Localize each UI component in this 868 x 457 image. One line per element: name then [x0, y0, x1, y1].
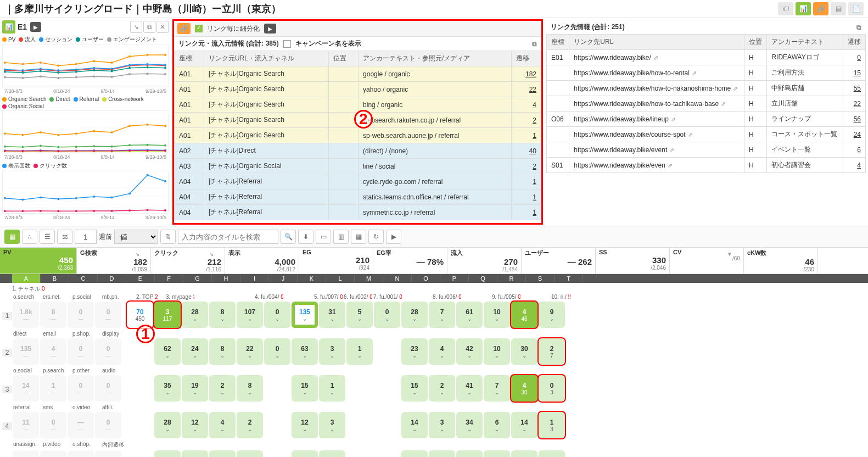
tile[interactable]: ——	[68, 412, 94, 438]
table-row[interactable]: A01[チャネル]Organic Searchsp-web.search.auo…	[175, 128, 541, 143]
table-row[interactable]: A01[チャネル]Organic Searchbing / organic4	[175, 97, 541, 113]
tile[interactable]: 6⌄	[484, 412, 510, 438]
tile[interactable]: 0—	[68, 375, 94, 402]
tile[interactable]: —⌄	[209, 450, 236, 457]
metric-表示[interactable]: 表示4,000/24,812	[225, 248, 299, 274]
table-row[interactable]: E01https://www.rideaway.bike/⇗HRIDEAWAYロ…	[547, 50, 866, 65]
tile[interactable]: 12⌄	[292, 412, 318, 438]
tile[interactable]: 30⌄	[511, 338, 537, 365]
tile[interactable]: 3117	[154, 302, 181, 328]
tile[interactable]: 1⌄	[319, 375, 345, 402]
value-select[interactable]: 値	[114, 230, 158, 244]
tile[interactable]: —⌄	[429, 450, 455, 457]
tile[interactable]: 3⌄	[429, 412, 455, 438]
tile[interactable]: 9⌄	[511, 450, 537, 457]
layout3-icon[interactable]: ▦	[351, 230, 366, 244]
tile[interactable]: 0—	[95, 412, 121, 438]
balance-icon[interactable]: ⚖	[57, 230, 72, 244]
tile[interactable]: 2⌄	[237, 412, 263, 438]
external-link-icon[interactable]: ⇗	[671, 116, 676, 122]
tile[interactable]: 446	[511, 302, 537, 328]
metric-クリック[interactable]: クリック↘212/1,116	[151, 248, 225, 274]
tile[interactable]: 336—	[95, 450, 121, 457]
col-header[interactable]: リンク先URL	[569, 35, 744, 50]
copy-icon[interactable]: ⧉	[532, 40, 537, 48]
tile[interactable]: 1—	[40, 375, 66, 402]
tile[interactable]: 23⌄	[401, 338, 428, 365]
tile[interactable]: 1.8k—	[13, 302, 39, 328]
tile[interactable]: —⌄	[319, 450, 345, 457]
tile[interactable]: 12⌄	[182, 412, 208, 438]
tile-search-input[interactable]	[178, 230, 278, 244]
tile[interactable]: 3⌄	[319, 412, 345, 438]
tile[interactable]: 7⌄	[429, 302, 455, 328]
link-icon[interactable]: 🔗	[813, 2, 828, 15]
layout2-icon[interactable]: ▥	[333, 230, 349, 244]
tile[interactable]: 0⌄	[374, 302, 400, 328]
tile[interactable]: 135—	[13, 338, 39, 365]
col-letter[interactable]: A	[12, 274, 41, 283]
table-row[interactable]: A01[チャネル]Organic Searchgoogle / organic1…	[175, 66, 541, 82]
tile[interactable]: 4⌄	[209, 412, 236, 438]
refresh-icon[interactable]: ↻	[368, 230, 384, 244]
tile[interactable]: 63⌄	[292, 338, 318, 365]
tile[interactable]: 107⌄	[237, 302, 263, 328]
tile[interactable]: 13	[539, 412, 565, 438]
tile[interactable]: 41⌄	[456, 375, 483, 402]
col-letter[interactable]: D	[98, 274, 126, 283]
tile[interactable]: 10⌄	[484, 338, 510, 365]
video-icon[interactable]: ▶	[386, 230, 401, 244]
list-view-icon[interactable]: ☰	[40, 230, 55, 244]
col-letter[interactable]: T	[555, 274, 583, 283]
tile[interactable]: 0—	[68, 302, 94, 328]
legend-item[interactable]: Organic Search	[2, 96, 46, 102]
tile[interactable]: 9⌄	[539, 302, 565, 328]
table-row[interactable]: A03[チャネル]Organic Socialline / social2	[175, 159, 541, 174]
col-header[interactable]: 遷移	[843, 35, 865, 50]
tile[interactable]: 0—	[95, 302, 121, 328]
col-letter[interactable]: E	[126, 274, 155, 283]
close-icon[interactable]: ✕	[156, 21, 169, 33]
legend-item[interactable]: PV	[2, 36, 15, 43]
tree-view-icon[interactable]: ⛬	[22, 230, 37, 244]
tile[interactable]: 28⌄	[182, 302, 208, 328]
legend-item[interactable]: Organic Social	[2, 103, 44, 109]
col-letter[interactable]: P	[440, 274, 469, 283]
legend-item[interactable]: ユーザー	[76, 36, 104, 43]
tile[interactable]: 1⌄	[346, 338, 373, 365]
tile[interactable]: 0—	[95, 375, 121, 402]
tile[interactable]: 9—	[13, 450, 39, 457]
campaign-checkbox[interactable]	[283, 40, 291, 48]
external-link-icon[interactable]: ⇗	[669, 147, 674, 153]
col-header[interactable]: 位置	[744, 35, 767, 50]
chart-icon[interactable]: 📊	[796, 2, 811, 15]
tile[interactable]: 28⌄	[154, 412, 181, 438]
legend-item[interactable]: 流入	[19, 36, 36, 43]
table-row[interactable]: A01[チャネル]Organic Searchyahoo / organic22	[175, 82, 541, 97]
table-row[interactable]: https://www.rideaway.bike/event⇗Hイベント一覧6	[547, 142, 866, 158]
video-icon[interactable]: ▶	[30, 22, 41, 32]
metric-PV[interactable]: PV450/2,383	[0, 248, 77, 274]
export-icon[interactable]: ↘	[130, 21, 142, 33]
table-row[interactable]: https://www.rideaway.bike/how-to-nakanos…	[547, 81, 866, 96]
external-link-icon[interactable]: ⇗	[688, 131, 693, 138]
tile[interactable]: 28⌄	[401, 302, 428, 328]
table-row[interactable]: https://www.rideaway.bike/how-to-rental⇗…	[547, 65, 866, 81]
tile[interactable]: 1⌄	[539, 450, 565, 457]
tile[interactable]: 430	[511, 375, 537, 402]
tile[interactable]: 135⌄	[292, 302, 318, 328]
metric-流入[interactable]: 流入270/1,484	[447, 248, 522, 274]
tile[interactable]: 62⌄	[154, 338, 181, 365]
external-link-icon[interactable]: ⇗	[692, 70, 697, 76]
video-icon[interactable]: ▶	[264, 24, 276, 34]
tile[interactable]: 11—	[13, 412, 39, 438]
col-header[interactable]: 遷移	[512, 51, 541, 66]
tile[interactable]: 12⌄	[292, 450, 318, 457]
legend-item[interactable]: 表示回数	[2, 162, 30, 170]
col-letter[interactable]: R	[497, 274, 526, 283]
tile[interactable]: 2⌄	[209, 375, 236, 402]
tile[interactable]: 61⌄	[456, 302, 483, 328]
sort-icon[interactable]: ⇅	[160, 230, 176, 244]
metric-EG率[interactable]: EG率— 78%	[373, 248, 447, 274]
col-letter[interactable]: M	[355, 274, 383, 283]
